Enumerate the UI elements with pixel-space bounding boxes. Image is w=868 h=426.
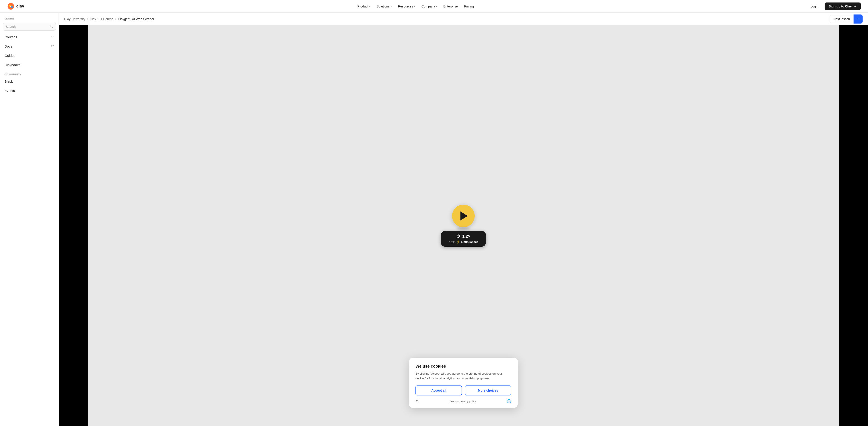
signup-label: Sign up to Clay bbox=[829, 4, 852, 8]
sidebar-item-slack[interactable]: Slack bbox=[0, 77, 59, 86]
breadcrumb-bar: Clay University / Clay 101 Course / Clay… bbox=[59, 13, 868, 25]
nav-pricing[interactable]: Pricing bbox=[461, 3, 476, 9]
svg-point-3 bbox=[10, 6, 11, 7]
nav-pricing-label: Pricing bbox=[464, 4, 474, 8]
sidebar-item-events[interactable]: Events bbox=[0, 86, 59, 95]
speed-badge: ⏱ 1.2× 7 min ⚡ 5 min 52 sec bbox=[441, 231, 486, 247]
nav-solutions-label: Solutions bbox=[377, 4, 390, 8]
accept-all-button[interactable]: Accept all bbox=[415, 386, 462, 395]
breadcrumb-sep-2: / bbox=[115, 17, 116, 21]
nav-center: Product ▾ Solutions ▾ Resources ▾ Compan… bbox=[355, 3, 476, 9]
nav-solutions-chevron: ▾ bbox=[391, 5, 392, 7]
video-bg-right bbox=[839, 25, 868, 426]
sidebar-item-docs[interactable]: Docs bbox=[0, 41, 59, 51]
content-area: Clay University / Clay 101 Course / Clay… bbox=[59, 13, 868, 426]
sidebar-guides-label: Guides bbox=[4, 54, 16, 57]
svg-line-5 bbox=[52, 27, 53, 28]
nav-product-chevron: ▾ bbox=[369, 5, 370, 7]
privacy-policy-link[interactable]: See our privacy policy bbox=[418, 400, 507, 403]
sidebar-item-guides[interactable]: Guides bbox=[0, 51, 59, 60]
search-icon bbox=[50, 25, 53, 29]
sidebar-events-label: Events bbox=[4, 89, 15, 92]
breadcrumb-course[interactable]: Clay 101 Course bbox=[90, 17, 113, 21]
nav-product[interactable]: Product ▾ bbox=[355, 3, 373, 9]
next-lesson-button[interactable]: Next lesson bbox=[830, 15, 854, 23]
breadcrumb-current: Claygent: AI Web Scraper bbox=[118, 17, 154, 21]
sidebar-claybooks-label: Claybooks bbox=[4, 63, 20, 67]
sidebar: LEARN Courses Docs bbox=[0, 13, 59, 426]
main-layout: LEARN Courses Docs bbox=[0, 13, 868, 426]
external-link-icon bbox=[51, 45, 54, 48]
sidebar-slack-label: Slack bbox=[4, 80, 13, 83]
nav-company-chevron: ▾ bbox=[436, 5, 437, 7]
video-center: ⏱ 1.2× 7 min ⚡ 5 min 52 sec We use cooki… bbox=[88, 25, 839, 426]
sidebar-learn-label: LEARN bbox=[0, 13, 59, 22]
nav-enterprise-label: Enterprise bbox=[443, 4, 458, 8]
chevron-down-icon bbox=[51, 35, 54, 39]
next-lesson-arrow-button[interactable]: → bbox=[854, 15, 863, 24]
nav-resources[interactable]: Resources ▾ bbox=[395, 3, 418, 9]
play-circle-shadow bbox=[457, 227, 470, 230]
more-choices-button[interactable]: More choices bbox=[465, 386, 511, 395]
sidebar-item-courses[interactable]: Courses bbox=[0, 32, 59, 41]
original-time: 7 min bbox=[448, 240, 456, 244]
speed-row: ⏱ 1.2× bbox=[446, 234, 480, 239]
nav-company[interactable]: Company ▾ bbox=[419, 3, 440, 9]
sidebar-community-label: COMMUNITY bbox=[0, 69, 59, 77]
nav-resources-chevron: ▾ bbox=[414, 5, 415, 7]
sidebar-search-container[interactable] bbox=[3, 23, 56, 31]
search-input[interactable] bbox=[6, 25, 48, 29]
nav-company-label: Company bbox=[422, 4, 435, 8]
sidebar-courses-label: Courses bbox=[4, 35, 17, 39]
sidebar-docs-label: Docs bbox=[4, 45, 12, 48]
login-button[interactable]: Login bbox=[807, 3, 822, 10]
next-lesson-area: Next lesson → bbox=[830, 15, 863, 24]
cookie-settings-icon: ⚙ bbox=[415, 399, 418, 403]
nav-product-label: Product bbox=[358, 4, 368, 8]
speed-timer-icon: ⏱ bbox=[456, 234, 460, 239]
nav-resources-label: Resources bbox=[398, 4, 413, 8]
signup-arrow-icon: → bbox=[853, 4, 857, 8]
breadcrumb-university[interactable]: Clay University bbox=[64, 17, 85, 21]
speed-value: 1.2× bbox=[462, 234, 470, 239]
time-row: 7 min ⚡ 5 min 52 sec bbox=[446, 240, 480, 244]
logo[interactable]: clay bbox=[7, 3, 24, 10]
video-bg-left bbox=[59, 25, 88, 426]
play-button[interactable] bbox=[452, 205, 475, 227]
fast-time: 5 min 52 sec bbox=[461, 240, 478, 244]
cookie-banner: We use cookies By clicking "Accept all",… bbox=[409, 358, 518, 408]
cookie-buttons: Accept all More choices bbox=[415, 386, 511, 395]
breadcrumb: Clay University / Clay 101 Course / Clay… bbox=[64, 17, 154, 21]
next-lesson-arrow-icon: → bbox=[856, 17, 860, 21]
cookie-title: We use cookies bbox=[415, 364, 511, 369]
signup-button[interactable]: Sign up to Clay → bbox=[825, 2, 861, 10]
video-container: ⏱ 1.2× 7 min ⚡ 5 min 52 sec We use cooki… bbox=[59, 25, 868, 426]
logo-text: clay bbox=[16, 4, 24, 9]
nav-solutions[interactable]: Solutions ▾ bbox=[374, 3, 395, 9]
lightning-icon: ⚡ bbox=[456, 240, 460, 244]
cookie-body: By clicking "Accept all", you agree to t… bbox=[415, 371, 511, 381]
breadcrumb-sep-1: / bbox=[87, 17, 88, 21]
nav-enterprise[interactable]: Enterprise bbox=[440, 3, 460, 9]
play-triangle-icon bbox=[460, 211, 468, 221]
top-nav: clay Product ▾ Solutions ▾ Resources ▾ C… bbox=[0, 0, 868, 13]
cookie-footer: ⚙ See our privacy policy 🌐 bbox=[415, 399, 511, 403]
cookie-translate-icon: 🌐 bbox=[507, 399, 511, 403]
sidebar-item-claybooks[interactable]: Claybooks bbox=[0, 60, 59, 69]
play-button-wrapper: ⏱ 1.2× 7 min ⚡ 5 min 52 sec bbox=[441, 205, 486, 247]
nav-right: Login Sign up to Clay → bbox=[807, 2, 861, 10]
